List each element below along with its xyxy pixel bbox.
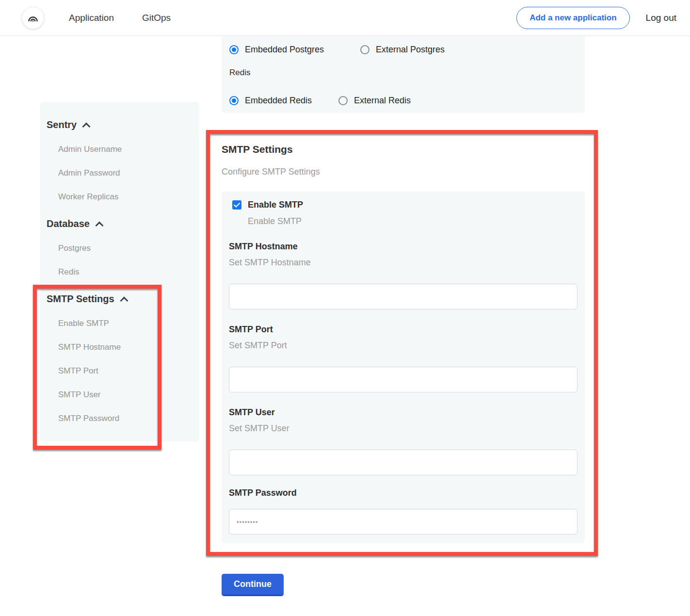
redis-radio-row: Embedded Redis External Redis — [229, 96, 577, 106]
nav-link-gitops[interactable]: GitOps — [142, 13, 171, 23]
sidebar-item-smtp-password[interactable]: SMTP Password — [58, 414, 199, 423]
postgres-radio-row: Embedded Postgres External Postgres — [229, 45, 577, 55]
smtp-port-input[interactable] — [229, 367, 578, 392]
radio-external-redis[interactable]: External Redis — [338, 96, 411, 106]
sidebar-item-admin-username[interactable]: Admin Username — [58, 145, 199, 154]
radio-label: External Postgres — [376, 45, 445, 55]
smtp-port-label: SMTP Port — [229, 324, 578, 335]
smtp-settings-subtitle: Configure SMTP Settings — [222, 167, 320, 177]
nav-link-application[interactable]: Application — [69, 13, 114, 23]
smtp-port-field: SMTP Port Set SMTP Port — [229, 324, 578, 392]
chevron-up-icon — [82, 123, 91, 131]
sidebar-item-admin-password[interactable]: Admin Password — [58, 168, 199, 178]
smtp-password-field: SMTP Password — [229, 488, 578, 535]
enable-smtp-checkbox[interactable] — [232, 200, 241, 210]
chevron-up-icon — [120, 297, 128, 305]
sidebar-group-title: SMTP Settings — [47, 293, 114, 305]
smtp-hostname-field: SMTP Hostname Set SMTP Hostname — [229, 242, 578, 309]
chevron-up-icon — [95, 222, 103, 230]
redis-group-label: Redis — [229, 68, 577, 78]
continue-button[interactable]: Continue — [222, 574, 284, 596]
smtp-hostname-label: SMTP Hostname — [229, 242, 578, 252]
radio-label: Embedded Postgres — [245, 45, 324, 55]
sidebar-item-worker-replicas[interactable]: Worker Replicas — [58, 192, 199, 202]
smtp-user-field: SMTP User Set SMTP User — [229, 407, 578, 475]
smtp-user-label: SMTP User — [229, 407, 578, 418]
logout-link[interactable]: Log out — [646, 13, 676, 23]
radio-selected-icon[interactable] — [229, 96, 239, 105]
sidebar-group-database[interactable]: Database — [47, 218, 199, 229]
sidebar-item-enable-smtp[interactable]: Enable SMTP — [58, 319, 199, 328]
smtp-user-help: Set SMTP User — [229, 423, 578, 434]
database-config-card: Embedded Postgres External Postgres Redi… — [222, 36, 585, 113]
smtp-user-input[interactable] — [229, 450, 578, 475]
smtp-settings-title: SMTP Settings — [222, 144, 293, 155]
enable-smtp-help: Enable SMTP — [248, 216, 578, 227]
top-navbar: Application GitOps Add a new application… — [0, 0, 690, 36]
radio-selected-icon[interactable] — [229, 45, 239, 54]
smtp-config-card: Enable SMTP Enable SMTP SMTP Hostname Se… — [222, 192, 585, 543]
smtp-hostname-help: Set SMTP Hostname — [229, 258, 578, 268]
sidebar-item-redis[interactable]: Redis — [58, 267, 199, 277]
sidebar-group-title: Database — [47, 218, 90, 229]
radio-unselected-icon[interactable] — [338, 96, 348, 105]
enable-smtp-row: Enable SMTP — [232, 200, 578, 210]
sidebar-item-postgres[interactable]: Postgres — [58, 243, 199, 253]
smtp-hostname-input[interactable] — [229, 284, 578, 309]
sidebar-item-smtp-user[interactable]: SMTP User — [58, 390, 199, 400]
radio-label: External Redis — [354, 96, 411, 106]
add-new-application-button[interactable]: Add a new application — [516, 7, 629, 29]
smtp-password-label: SMTP Password — [229, 488, 578, 498]
radio-label: Embedded Redis — [245, 96, 312, 106]
sidebar-group-smtp-settings[interactable]: SMTP Settings — [47, 293, 199, 305]
sidebar-group-title: Sentry — [47, 119, 77, 130]
radio-embedded-redis[interactable]: Embedded Redis — [229, 96, 338, 106]
radio-external-postgres[interactable]: External Postgres — [360, 45, 445, 55]
enable-smtp-label: Enable SMTP — [248, 200, 303, 210]
config-sidebar: Sentry Admin Username Admin Password Wor… — [40, 102, 199, 441]
radio-unselected-icon[interactable] — [360, 45, 369, 54]
radio-embedded-postgres[interactable]: Embedded Postgres — [229, 45, 360, 55]
smtp-port-help: Set SMTP Port — [229, 340, 578, 351]
smtp-password-input[interactable] — [229, 509, 578, 535]
sidebar-group-sentry[interactable]: Sentry — [47, 119, 199, 130]
sidebar-item-smtp-port[interactable]: SMTP Port — [58, 366, 199, 376]
sidebar-item-smtp-hostname[interactable]: SMTP Hostname — [58, 342, 199, 352]
sentry-logo-icon — [26, 11, 40, 25]
app-logo[interactable] — [22, 7, 44, 29]
